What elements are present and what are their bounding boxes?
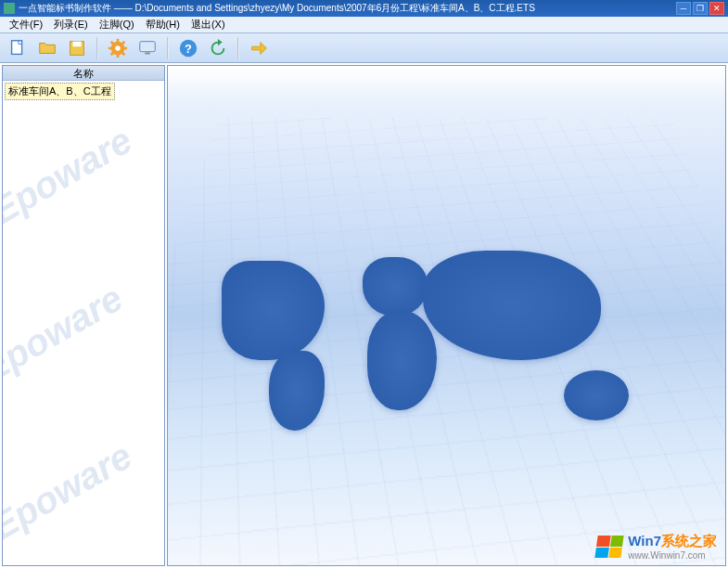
menu-comment[interactable]: 注脚(Q) [94, 16, 140, 33]
continent-shape [222, 261, 325, 361]
watermark: Epoware [3, 277, 130, 390]
menubar: 文件(F) 列录(E) 注脚(Q) 帮助(H) 退出(X) [0, 17, 728, 33]
refresh-icon [208, 38, 228, 58]
menu-exit[interactable]: 退出(X) [185, 16, 231, 33]
forward-button[interactable] [247, 36, 271, 60]
watermark: Epoware [3, 119, 139, 232]
main-viewport [167, 65, 726, 566]
file-path: D:\Documents and Settings\zhyezy\My Docu… [135, 3, 535, 13]
help-button[interactable]: ? [176, 36, 200, 60]
open-button[interactable] [35, 36, 59, 60]
gear-icon [108, 38, 128, 58]
forward-icon [249, 38, 269, 58]
open-folder-icon [37, 38, 57, 58]
svg-line-9 [111, 41, 114, 44]
sidebar-header: 名称 [3, 66, 164, 81]
watermark: Epoware [3, 434, 139, 548]
svg-point-4 [115, 45, 121, 51]
new-button[interactable] [6, 36, 30, 60]
continent-shape [363, 257, 428, 317]
brand-url: www.Winwin7.com [628, 550, 717, 561]
continent-shape [423, 251, 601, 360]
continent-shape [564, 370, 630, 420]
menu-catalog[interactable]: 列录(E) [48, 16, 94, 33]
svg-rect-2 [72, 41, 81, 46]
toolbar-separator [237, 37, 239, 59]
svg-rect-0 [12, 40, 22, 54]
titlebar-text: 一点智能标书制作软件 —— D:\Documents and Settings\… [19, 2, 676, 15]
content-area: 名称 Epoware Epoware Epoware 标准车间A、B、C工程 [0, 63, 728, 568]
svg-text:?: ? [185, 41, 192, 55]
monitor-icon [137, 38, 158, 58]
settings-button[interactable] [106, 36, 130, 60]
screen-button[interactable] [135, 36, 160, 60]
toolbar-separator [167, 37, 169, 59]
svg-line-11 [111, 52, 114, 55]
continent-shape [367, 311, 438, 411]
refresh-button[interactable] [206, 36, 230, 60]
logo-text: Win7系统之家 www.Winwin7.com [628, 533, 717, 561]
sidebar-body: Epoware Epoware Epoware 标准车间A、B、C工程 [3, 81, 164, 565]
app-window: 一点智能标书制作软件 —— D:\Documents and Settings\… [0, 0, 728, 568]
toolbar: ? [0, 33, 728, 63]
brand-name: Win7系统之家 [628, 533, 717, 550]
close-button[interactable]: ✕ [709, 2, 724, 15]
tree-item-project[interactable]: 标准车间A、B、C工程 [5, 83, 115, 100]
app-name: 一点智能标书制作软件 [19, 3, 111, 13]
sidebar: 名称 Epoware Epoware Epoware 标准车间A、B、C工程 [2, 65, 165, 566]
world-map-graphic [212, 240, 681, 440]
svg-rect-14 [145, 52, 150, 54]
minimize-button[interactable]: ─ [676, 2, 691, 15]
save-icon [67, 38, 87, 58]
new-file-icon [7, 38, 28, 58]
svg-line-12 [122, 41, 125, 44]
windows-flag-icon [595, 536, 624, 558]
maximize-button[interactable]: ❐ [693, 2, 708, 15]
footer-branding: Win7系统之家 www.Winwin7.com [596, 533, 717, 561]
titlebar: 一点智能标书制作软件 —— D:\Documents and Settings\… [0, 0, 728, 17]
toolbar-separator [96, 37, 98, 59]
continent-shape [269, 351, 326, 431]
menu-file[interactable]: 文件(F) [4, 16, 48, 33]
menu-help[interactable]: 帮助(H) [140, 16, 185, 33]
help-icon: ? [178, 38, 198, 58]
window-controls: ─ ❐ ✕ [676, 2, 724, 15]
save-button[interactable] [65, 36, 89, 60]
svg-line-10 [122, 52, 125, 55]
svg-rect-13 [140, 41, 156, 51]
app-icon [4, 3, 15, 14]
